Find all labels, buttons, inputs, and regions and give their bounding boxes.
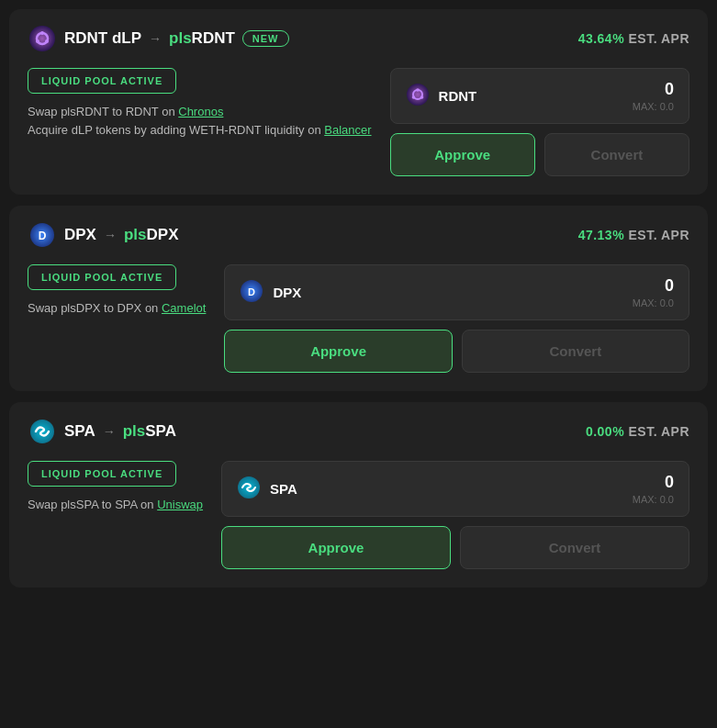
svg-point-9 (411, 95, 415, 99)
balance-area-rdnt: 0 MAX: 0.0 (633, 80, 674, 112)
token-display-dpx: D DPX (240, 279, 301, 307)
arrow-dpx: → (104, 228, 117, 242)
balance-max-spa: MAX: 0.0 (633, 494, 674, 505)
info-text-spa: Swap plsSPA to SPA on Uniswap (28, 496, 203, 514)
token-name-rdnt: RDNT (439, 88, 477, 104)
convert-button-rdnt[interactable]: Convert (544, 133, 689, 176)
approve-button-spa[interactable]: Approve (221, 526, 451, 569)
right-panel-rdnt: RDNT 0 MAX: 0.0 Approve Convert (390, 68, 689, 176)
input-area-rdnt: RDNT 0 MAX: 0.0 (390, 68, 689, 124)
page-container: RDNT dLP → plsRDNT NEW 43.64% EST. APR L… (0, 0, 717, 597)
token-display-rdnt: RDNT (406, 83, 477, 110)
token-to-rdnt: plsRDNT (169, 29, 235, 48)
card-title-rdnt: RDNT dLP → plsRDNT (64, 29, 235, 48)
token-from-spa: SPA (64, 422, 95, 441)
svg-point-3 (45, 39, 49, 43)
card-rdnt: RDNT dLP → plsRDNT NEW 43.64% EST. APR L… (9, 9, 708, 195)
card-title-dpx: DPX → plsDPX (64, 226, 179, 244)
balance-area-dpx: 0 MAX: 0.0 (633, 276, 674, 308)
apr-label-rdnt: EST. APR (629, 31, 690, 46)
card-header-rdnt: RDNT dLP → plsRDNT NEW 43.64% EST. APR (28, 24, 689, 53)
token-icon-spa (237, 476, 261, 503)
token-from-dpx: DPX (64, 226, 96, 244)
right-panel-dpx: D DPX 0 MAX: 0.0 Approve Convert (224, 264, 689, 373)
balance-value-dpx: 0 (633, 276, 674, 296)
card-title-spa: SPA → plsSPA (64, 422, 176, 441)
apr-display-dpx: 47.13% EST. APR (578, 228, 689, 242)
token-from-rdnt: RDNT dLP (64, 29, 141, 48)
input-area-spa: SPA 0 MAX: 0.0 (221, 461, 689, 517)
balance-area-spa: 0 MAX: 0.0 (633, 473, 674, 505)
button-row-rdnt: Approve Convert (390, 133, 689, 176)
balance-max-rdnt: MAX: 0.0 (633, 101, 674, 112)
link-uniswap[interactable]: Uniswap (157, 498, 203, 511)
title-left-dpx: D DPX → plsDPX (28, 220, 179, 250)
svg-text:D: D (39, 230, 47, 242)
convert-button-spa[interactable]: Convert (460, 526, 689, 569)
token-to-dpx: plsDPX (124, 226, 179, 244)
approve-button-dpx[interactable]: Approve (224, 330, 452, 373)
svg-point-7 (416, 88, 420, 92)
token-display-spa: SPA (237, 476, 297, 503)
right-panel-spa: SPA 0 MAX: 0.0 Approve Convert (221, 461, 689, 569)
apr-label-dpx: EST. APR (629, 228, 690, 242)
convert-button-dpx[interactable]: Convert (462, 330, 689, 373)
apr-value-spa: 0.00% (586, 424, 624, 439)
left-panel-rdnt: LIQUID POOL ACTIVE Swap plsRDNT to RDNT … (28, 68, 372, 139)
title-left-rdnt: RDNT dLP → plsRDNT NEW (28, 24, 289, 53)
svg-text:D: D (248, 286, 255, 297)
svg-point-5 (407, 84, 429, 106)
balance-value-spa: 0 (633, 473, 674, 492)
svg-point-8 (420, 95, 423, 99)
card-body-spa: LIQUID POOL ACTIVE Swap plsSPA to SPA on… (28, 461, 689, 569)
token-to-spa: plsSPA (123, 422, 176, 441)
card-body-rdnt: LIQUID POOL ACTIVE Swap plsRDNT to RDNT … (28, 68, 689, 176)
balance-value-rdnt: 0 (633, 80, 674, 99)
info-text-rdnt: Swap plsRDNT to RDNT on ChronosAcquire d… (28, 103, 372, 139)
header-icon-spa (28, 417, 57, 446)
card-dpx: D DPX → plsDPX 47.13% EST. APR LIQUID PO… (9, 206, 708, 391)
card-header-spa: SPA → plsSPA 0.00% EST. APR (28, 417, 689, 446)
card-spa: SPA → plsSPA 0.00% EST. APR LIQUID POOL … (9, 402, 708, 588)
button-row-dpx: Approve Convert (224, 330, 689, 373)
apr-value-dpx: 47.13% (578, 228, 624, 242)
card-body-dpx: LIQUID POOL ACTIVE Swap plsDPX to DPX on… (28, 264, 689, 373)
apr-value-rdnt: 43.64% (578, 31, 624, 46)
arrow-rdnt: → (149, 31, 162, 46)
header-icon-dpx: D (28, 220, 57, 250)
approve-button-rdnt[interactable]: Approve (390, 133, 535, 176)
header-icon-rdnt (28, 24, 57, 53)
button-row-spa: Approve Convert (221, 526, 689, 569)
liquid-pool-button-rdnt[interactable]: LIQUID POOL ACTIVE (28, 68, 176, 94)
token-icon-rdnt (406, 83, 430, 110)
svg-point-4 (36, 39, 39, 43)
card-header-dpx: D DPX → plsDPX 47.13% EST. APR (28, 220, 689, 250)
apr-display-spa: 0.00% EST. APR (586, 424, 689, 439)
apr-label-spa: EST. APR (629, 424, 690, 439)
liquid-pool-button-dpx[interactable]: LIQUID POOL ACTIVE (28, 264, 176, 290)
svg-point-2 (40, 31, 44, 35)
arrow-spa: → (103, 424, 116, 439)
liquid-pool-button-spa[interactable]: LIQUID POOL ACTIVE (28, 461, 176, 487)
apr-display-rdnt: 43.64% EST. APR (578, 31, 689, 46)
token-icon-dpx: D (240, 279, 263, 307)
input-area-dpx: D DPX 0 MAX: 0.0 (224, 264, 689, 320)
title-left-spa: SPA → plsSPA (28, 417, 176, 446)
left-panel-dpx: LIQUID POOL ACTIVE Swap plsDPX to DPX on… (28, 264, 206, 318)
token-name-spa: SPA (270, 481, 297, 497)
token-name-dpx: DPX (273, 285, 301, 300)
svg-point-0 (29, 26, 55, 51)
link-chronos[interactable]: Chronos (178, 105, 223, 118)
info-text-dpx: Swap plsDPX to DPX on Camelot (28, 299, 206, 318)
link-balancer[interactable]: Balancer (324, 123, 371, 137)
new-badge: NEW (242, 30, 289, 47)
balance-max-dpx: MAX: 0.0 (633, 297, 674, 308)
left-panel-spa: LIQUID POOL ACTIVE Swap plsSPA to SPA on… (28, 461, 203, 514)
link-camelot[interactable]: Camelot (162, 301, 206, 315)
